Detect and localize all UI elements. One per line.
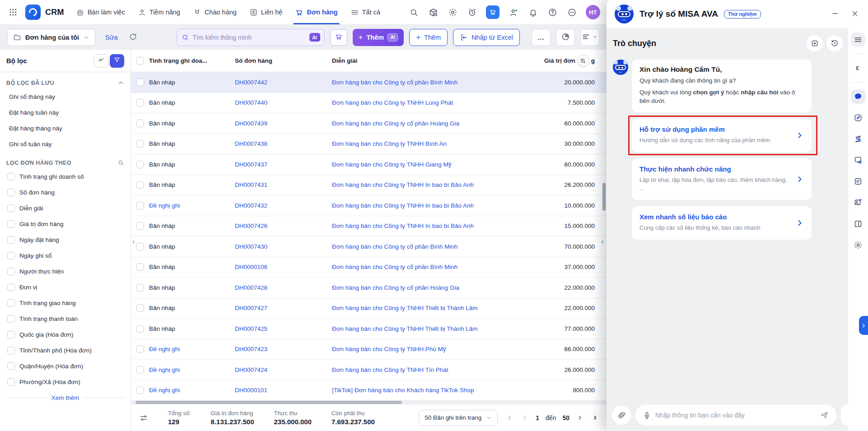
row-checkbox[interactable] (136, 366, 144, 374)
row-checkbox[interactable] (136, 284, 144, 292)
select-all-checkbox[interactable] (136, 57, 144, 65)
filter-field-item[interactable]: Quốc gia (Hóa đơn) (6, 327, 124, 343)
table-row[interactable]: Bản nhápDH0007427Đơn hàng bán cho Công t… (131, 298, 607, 319)
filter-field-item[interactable]: Giá trị đơn hàng (6, 216, 124, 232)
table-row[interactable]: Bản nhápDH0007438Đơn hàng bán cho Công t… (131, 134, 607, 155)
filter-view-toggle[interactable] (110, 54, 124, 68)
filter-field-item[interactable]: Ngày đặt hàng (6, 232, 124, 248)
compose-icon[interactable] (851, 111, 865, 125)
filter-field-checkbox[interactable] (7, 220, 15, 228)
row-order-no-link[interactable]: DH0007431 (235, 181, 332, 188)
filter-field-item[interactable]: Số đơn hàng (6, 185, 124, 200)
reminder-icon[interactable] (467, 7, 477, 18)
table-row[interactable]: Bản nhápDH0007440Đơn hàng bán cho Công t… (131, 93, 607, 114)
filter-field-item[interactable]: Ngày ghi sổ (6, 248, 124, 264)
row-description-link[interactable]: Đơn hàng bán cho Công ty cổ phần Hoàng G… (332, 120, 519, 127)
filter-field-checkbox[interactable] (7, 347, 15, 354)
row-order-no-link[interactable]: DH0000106 (235, 264, 332, 270)
help-icon[interactable] (547, 7, 558, 18)
nav-item-home[interactable]: Bàn làm việc (76, 0, 125, 24)
table-row[interactable]: Đề nghị ghiDH0007432Đơn hàng bán cho Côn… (131, 195, 607, 216)
table-row[interactable]: Đề nghị ghiDH0000101[TikTok] Đơn hàng bá… (131, 380, 607, 401)
column-header-description[interactable]: Diễn giải (332, 57, 519, 64)
row-description-link[interactable]: Đơn hàng bán cho Công ty TNHH Thiết bị T… (332, 325, 519, 332)
filter-field-checkbox[interactable] (7, 378, 15, 386)
collapse-left-icon[interactable] (851, 61, 865, 75)
chat-search-icon[interactable] (851, 153, 865, 167)
row-checkbox[interactable] (136, 304, 144, 312)
filter-field-checkbox[interactable] (7, 331, 15, 338)
row-checkbox[interactable] (136, 181, 144, 189)
add-image-icon[interactable] (851, 195, 865, 210)
saved-filter-item[interactable]: Đặt hàng tuần này (6, 105, 124, 120)
filter-field-checkbox[interactable] (7, 362, 15, 370)
row-description-link[interactable]: Đơn hàng bán cho Công ty cổ phần Hoàng G… (332, 284, 519, 291)
row-checkbox[interactable] (136, 243, 144, 250)
page-size-selector[interactable]: 50 Bản ghi trên trang (419, 410, 498, 426)
filter-field-checkbox[interactable] (7, 204, 15, 212)
search-icon[interactable] (117, 159, 124, 166)
filter-field-item[interactable]: Tình trạng thanh toán (6, 311, 124, 327)
column-header-status[interactable]: Tình trạng ghi doa... (149, 57, 235, 64)
last-page-button[interactable] (590, 414, 598, 422)
chat-message-field[interactable] (635, 405, 836, 426)
table-row[interactable]: Bản nhápDH0007430Đơn hàng bán cho Công t… (131, 236, 607, 257)
microphone-icon[interactable] (643, 411, 651, 420)
import-excel-button[interactable]: Nhập từ Excel (453, 29, 520, 46)
filter-field-checkbox[interactable] (7, 299, 15, 307)
table-row[interactable]: Bản nhápDH0007431Đơn hàng bán cho Công t… (131, 175, 607, 196)
send-icon[interactable] (819, 410, 829, 420)
saved-filter-item[interactable]: Ghi sổ tháng này (6, 89, 124, 105)
table-row[interactable]: Bản nhápDH0007428Đơn hàng bán cho Công t… (131, 278, 607, 298)
row-order-no-link[interactable]: DH0007442 (235, 79, 332, 86)
chat-history-button[interactable] (826, 35, 843, 51)
settings-icon[interactable] (851, 238, 865, 252)
split-view-icon[interactable] (851, 217, 865, 231)
column-header-value[interactable]: Giá trị đơn g (519, 55, 595, 66)
scroll-right-arrow[interactable]: ‹ (601, 237, 604, 245)
nav-item-cart[interactable]: Đơn hàng (295, 0, 337, 24)
filter-field-item[interactable]: Quận/Huyện (Hóa đơn) (6, 358, 124, 374)
row-description-link[interactable]: Đơn hàng bán cho Công ty cổ phần Bình Mi… (332, 243, 519, 250)
saved-filter-item[interactable]: Đặt hàng tháng này (6, 120, 124, 136)
table-row[interactable]: Đề nghị ghiDH0007423Đơn hàng bán cho Côn… (131, 339, 607, 360)
filter-field-checkbox[interactable] (7, 268, 15, 275)
row-description-link[interactable]: Đơn hàng bán cho Công ty TNHH Phú Mỹ (332, 346, 519, 352)
row-description-link[interactable]: Đơn hàng bán cho Công ty TNHH Long Phát (332, 99, 519, 106)
filter-field-checkbox[interactable] (7, 283, 15, 291)
new-chat-button[interactable] (807, 35, 823, 51)
row-description-link[interactable]: Đơn hàng bán cho Công ty cổ phần Bình Mi… (332, 79, 519, 86)
trend-view-toggle[interactable] (94, 54, 108, 68)
row-order-no-link[interactable]: DH0007425 (235, 325, 332, 332)
row-description-link[interactable]: Đơn hàng bán cho Công ty cổ phần Bình Mi… (332, 264, 519, 270)
convert-icon[interactable] (851, 132, 865, 146)
row-checkbox[interactable] (136, 263, 144, 271)
horizontal-scrollbar-thumb[interactable] (135, 401, 402, 404)
filter-field-checkbox[interactable] (7, 252, 15, 260)
next-page-button[interactable] (576, 414, 584, 422)
row-description-link[interactable]: Đơn hàng bán cho Công ty TNHH In bao bì … (332, 181, 519, 188)
add-with-ai-button[interactable]: + Thêm AI (353, 29, 404, 46)
row-description-link[interactable]: Đơn hàng bán cho Công ty TNHH Bình An (332, 140, 519, 147)
smart-search-input[interactable] (193, 34, 306, 41)
row-checkbox[interactable] (136, 222, 144, 230)
row-order-no-link[interactable]: DH0000101 (235, 387, 332, 394)
search-icon[interactable] (408, 7, 419, 18)
list-display-button[interactable] (580, 29, 599, 46)
row-checkbox[interactable] (136, 140, 144, 148)
first-page-button[interactable] (507, 414, 515, 422)
row-description-link[interactable]: Đơn hàng bán cho Công ty TNHH Thiết bị T… (332, 305, 519, 311)
menu-icon[interactable] (851, 32, 865, 47)
filter-field-item[interactable]: Tình trạng giao hàng (6, 295, 124, 311)
row-checkbox[interactable] (136, 202, 144, 209)
add-button[interactable]: + Thêm (409, 29, 448, 46)
minimize-icon[interactable] (831, 9, 840, 19)
edit-view-link[interactable]: Sửa (105, 34, 117, 41)
app-launcher-icon[interactable] (6, 5, 20, 19)
summary-settings-icon[interactable] (139, 413, 148, 422)
row-order-no-link[interactable]: DH0007427 (235, 305, 332, 311)
filter-field-item[interactable]: Đơn vị (6, 279, 124, 295)
row-order-no-link[interactable]: DH0007423 (235, 346, 332, 352)
ai-cart-suggest-button[interactable] (330, 29, 347, 46)
table-row[interactable]: Bản nhápDH0007439Đơn hàng bán cho Công t… (131, 113, 607, 134)
